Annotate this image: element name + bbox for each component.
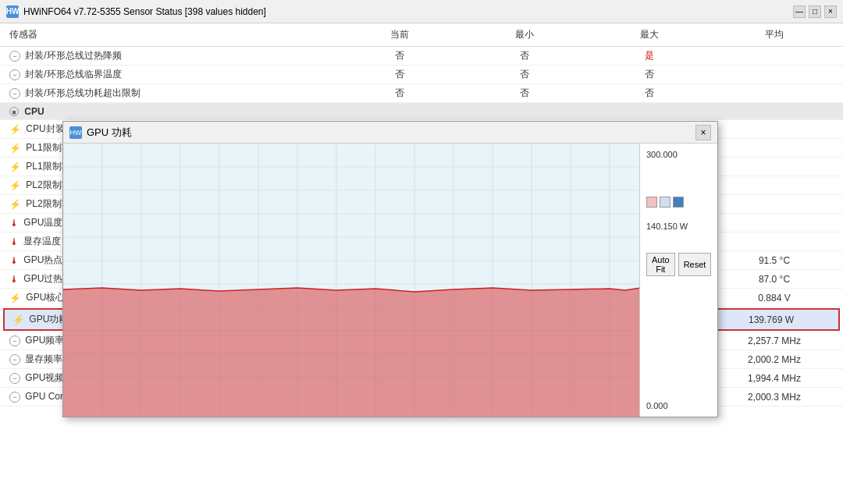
max-value: 否 [587,86,712,101]
color-box-lightblue [660,197,670,208]
section-icon: ■ [9,107,19,116]
chart-button-row: Auto Fit Reset [646,253,711,276]
auto-fit-button[interactable]: Auto Fit [646,253,675,276]
maximize-button[interactable]: □ [809,5,821,18]
col-avg: 平均 [712,27,837,43]
chart-color-legend [646,197,711,208]
avg-value [712,166,837,168]
color-box-blue [673,197,684,208]
avg-value [712,74,837,76]
color-box-pink [646,197,657,208]
popup-app-icon: HW [69,126,82,139]
avg-value: 2,000.3 MHz [712,391,837,403]
current-value: 否 [337,86,462,101]
main-window: HW HWiNFO64 v7.72-5355 Sensor Status [39… [0,0,843,504]
minus-circle-icon: − [9,373,20,384]
sensor-label: − 封装/环形总线过热降频 [6,48,337,63]
min-value: 否 [462,86,587,101]
minus-circle-icon: − [9,354,20,365]
chart-svg [63,144,639,417]
popup-close-button[interactable]: × [695,125,711,140]
avg-value [712,129,837,130]
section-max [587,111,712,112]
minimize-button[interactable]: — [793,5,806,18]
avg-value: 139.769 W [709,314,834,326]
thermometer-icon: 🌡 [9,218,19,229]
lightning-icon: ⚡ [9,161,21,172]
avg-value: 2,257.7 MHz [712,335,837,347]
avg-value [712,204,837,205]
chart-y-min: 0.000 [640,401,717,410]
max-value: 是 [587,48,712,63]
max-value: 否 [587,67,712,82]
window-controls: — □ × [793,5,837,18]
close-button[interactable]: × [824,5,837,18]
avg-value [712,185,837,186]
current-value: 否 [337,48,462,63]
thermometer-icon: 🌡 [9,236,19,247]
sensor-label: − 封装/环形总线功耗超出限制 [6,86,337,101]
avg-value [712,147,837,149]
chart-area [63,144,639,417]
window-title: HWiNFO64 v7.72-5355 Sensor Status [398 v… [23,6,266,17]
col-min: 最小 [462,27,587,43]
lightning-icon: ⚡ [9,124,21,135]
thermometer-icon: 🌡 [9,274,19,285]
avg-value [712,93,837,94]
gpu-power-chart-popup: HW GPU 功耗 × [62,121,718,417]
svg-marker-25 [63,288,639,417]
section-current [337,111,462,112]
avg-value: 87.0 °C [712,273,837,286]
section-header-cpu: ■ CPU [0,103,843,120]
lightning-icon: ⚡ [9,143,21,154]
min-value: 否 [462,48,587,63]
col-max: 最大 [587,27,712,43]
popup-title-left: HW GPU 功耗 [69,126,132,140]
lightning-icon: ⚡ [9,199,21,210]
current-value: 否 [337,67,462,82]
popup-body: 300.000 140.150 W Auto Fit Reset 0.000 [63,144,717,417]
section-label: ■ CPU [6,105,337,118]
table-row[interactable]: − 封装/环形总线过热降频 否 否 是 [0,47,843,66]
min-value: 否 [462,67,587,82]
title-bar: HW HWiNFO64 v7.72-5355 Sensor Status [39… [0,0,843,23]
table-row[interactable]: − 封装/环形总线临界温度 否 否 否 [0,66,843,84]
app-icon: HW [6,5,19,18]
minus-circle-icon: − [9,69,20,80]
table-header: 传感器 当前 最小 最大 平均 [0,23,843,47]
popup-title: GPU 功耗 [87,126,132,140]
chart-y-max: 300.000 [646,150,711,159]
table-row[interactable]: − 封装/环形总线功耗超出限制 否 否 否 [0,84,843,103]
lightning-icon: ⚡ [12,314,24,325]
avg-value: 0.884 V [712,292,837,304]
col-current: 当前 [337,27,462,43]
reset-button[interactable]: Reset [678,253,712,276]
section-avg [712,111,837,112]
col-sensor: 传感器 [6,27,337,43]
sensor-label: − 封装/环形总线临界温度 [6,67,337,82]
thermometer-icon: 🌡 [9,255,19,266]
popup-titlebar: HW GPU 功耗 × [63,122,717,144]
chart-sidebar: 300.000 140.150 W Auto Fit Reset 0.000 [639,144,717,417]
lightning-icon: ⚡ [9,180,21,191]
avg-value [712,55,837,57]
lightning-icon: ⚡ [9,293,21,303]
avg-value: 1,994.4 MHz [712,372,837,385]
minus-circle-icon: − [9,51,20,62]
avg-value: 2,000.2 MHz [712,353,837,366]
chart-y-mid: 140.150 W [646,222,711,231]
minus-circle-icon: − [9,88,20,99]
avg-value [712,241,837,243]
avg-value: 91.5 °C [712,254,837,267]
title-bar-left: HW HWiNFO64 v7.72-5355 Sensor Status [39… [6,5,266,18]
avg-value [712,222,837,224]
minus-circle-icon: − [9,335,20,346]
section-min [462,111,587,112]
minus-circle-icon: − [9,392,20,403]
